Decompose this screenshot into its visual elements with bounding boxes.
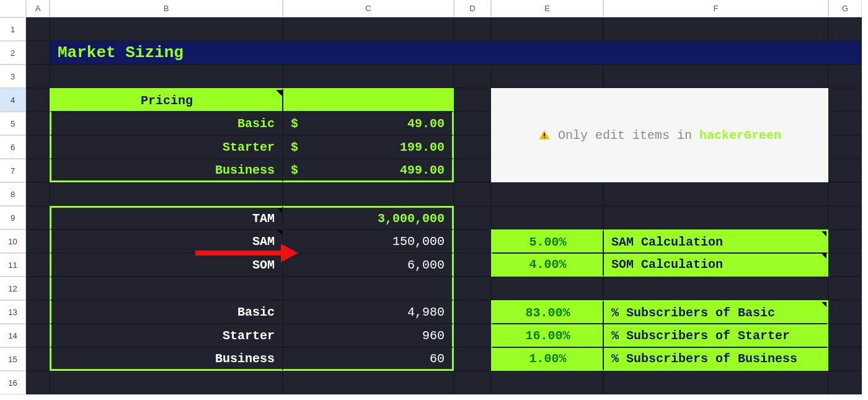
cell-G14[interactable] bbox=[828, 324, 862, 347]
cell-D5[interactable] bbox=[454, 112, 491, 135]
cell-G5[interactable] bbox=[828, 112, 862, 135]
colhead-C[interactable]: C bbox=[283, 0, 454, 17]
cell-D9[interactable] bbox=[454, 206, 491, 229]
colhead-G[interactable]: G bbox=[828, 0, 862, 17]
cell-G16[interactable] bbox=[828, 371, 862, 394]
cell-G9[interactable] bbox=[828, 206, 862, 229]
cell-A16[interactable] bbox=[26, 371, 50, 394]
cell-A11[interactable] bbox=[26, 253, 50, 277]
cell-F3[interactable] bbox=[603, 64, 828, 88]
rowhead-6[interactable]: 6 bbox=[0, 135, 26, 159]
cell-A4[interactable] bbox=[26, 88, 50, 112]
cell-G4[interactable] bbox=[828, 88, 862, 112]
colhead-E[interactable]: E bbox=[491, 0, 603, 17]
cell-F10[interactable]: SAM Calculation bbox=[603, 229, 828, 253]
rowhead-15[interactable]: 15 bbox=[0, 347, 26, 371]
cell-B9[interactable]: TAM bbox=[50, 206, 283, 229]
cell-E3[interactable] bbox=[491, 64, 603, 88]
cell-B10[interactable]: SAM bbox=[50, 229, 283, 253]
cell-F1[interactable] bbox=[603, 17, 828, 41]
cell-F9[interactable] bbox=[603, 206, 828, 229]
rowhead-13[interactable]: 13 bbox=[0, 300, 26, 324]
cell-E14[interactable]: 16.00% bbox=[491, 324, 603, 347]
cell-A14[interactable] bbox=[26, 324, 50, 347]
cell-D6[interactable] bbox=[454, 135, 491, 159]
colhead-B[interactable]: B bbox=[50, 0, 283, 17]
cell-G6[interactable] bbox=[828, 135, 862, 159]
rowhead-3[interactable]: 3 bbox=[0, 64, 26, 88]
cell-B13[interactable]: Basic bbox=[50, 300, 283, 324]
cell-E8[interactable] bbox=[491, 182, 603, 206]
cell-D4[interactable] bbox=[454, 88, 491, 112]
colhead-A[interactable]: A bbox=[26, 0, 50, 17]
cell-B3[interactable] bbox=[50, 64, 283, 88]
rowhead-16[interactable]: 16 bbox=[0, 371, 26, 394]
cell-C13[interactable]: 4,980 bbox=[283, 300, 454, 324]
cell-G8[interactable] bbox=[828, 182, 862, 206]
cell-B15[interactable]: Business bbox=[50, 347, 283, 371]
cell-C7[interactable]: $ 499.00 bbox=[283, 159, 454, 182]
pricing-header-b[interactable]: Pricing bbox=[50, 88, 283, 112]
cell-D10[interactable] bbox=[454, 229, 491, 253]
cell-F8[interactable] bbox=[603, 182, 828, 206]
cell-F14[interactable]: % Subscribers of Starter bbox=[603, 324, 828, 347]
cell-F15[interactable]: % Subscribers of Business bbox=[603, 347, 828, 371]
cell-E15[interactable]: 1.00% bbox=[491, 347, 603, 371]
cell-E16[interactable] bbox=[491, 371, 603, 394]
pricing-header-c[interactable] bbox=[283, 88, 454, 112]
cell-D15[interactable] bbox=[454, 347, 491, 371]
cell-G10[interactable] bbox=[828, 229, 862, 253]
colhead-D[interactable]: D bbox=[454, 0, 491, 17]
cell-G15[interactable] bbox=[828, 347, 862, 371]
cell-A7[interactable] bbox=[26, 159, 50, 182]
cell-B8[interactable] bbox=[50, 182, 283, 206]
cell-B6[interactable]: Starter bbox=[50, 135, 283, 159]
cell-D8[interactable] bbox=[454, 182, 491, 206]
cell-E9[interactable] bbox=[491, 206, 603, 229]
cell-C8[interactable] bbox=[283, 182, 454, 206]
cell-C15[interactable]: 60 bbox=[283, 347, 454, 371]
cell-B16[interactable] bbox=[50, 371, 283, 394]
cell-F13[interactable]: % Subscribers of Basic bbox=[603, 300, 828, 324]
cell-G12[interactable] bbox=[828, 277, 862, 300]
rowhead-11[interactable]: 11 bbox=[0, 253, 26, 277]
cell-A8[interactable] bbox=[26, 182, 50, 206]
cell-B7[interactable]: Business bbox=[50, 159, 283, 182]
cell-D16[interactable] bbox=[454, 371, 491, 394]
cell-C16[interactable] bbox=[283, 371, 454, 394]
cell-G13[interactable] bbox=[828, 300, 862, 324]
cell-D3[interactable] bbox=[454, 64, 491, 88]
rowhead-8[interactable]: 8 bbox=[0, 182, 26, 206]
cell-C5[interactable]: $ 49.00 bbox=[283, 112, 454, 135]
cell-A12[interactable] bbox=[26, 277, 50, 300]
cell-E1[interactable] bbox=[491, 17, 603, 41]
cell-E13[interactable]: 83.00% bbox=[491, 300, 603, 324]
cell-C1[interactable] bbox=[283, 17, 454, 41]
rowhead-4[interactable]: 4 bbox=[0, 88, 26, 112]
rowhead-12[interactable]: 12 bbox=[0, 277, 26, 300]
cell-D12[interactable] bbox=[454, 277, 491, 300]
cell-A5[interactable] bbox=[26, 112, 50, 135]
cell-D14[interactable] bbox=[454, 324, 491, 347]
cell-A10[interactable] bbox=[26, 229, 50, 253]
cell-D7[interactable] bbox=[454, 159, 491, 182]
rowhead-9[interactable]: 9 bbox=[0, 206, 26, 229]
cell-A9[interactable] bbox=[26, 206, 50, 229]
cell-G11[interactable] bbox=[828, 253, 862, 277]
cell-B14[interactable]: Starter bbox=[50, 324, 283, 347]
cell-B1[interactable] bbox=[50, 17, 283, 41]
cell-A3[interactable] bbox=[26, 64, 50, 88]
cell-G7[interactable] bbox=[828, 159, 862, 182]
cell-A1[interactable] bbox=[26, 17, 50, 41]
rowhead-2[interactable]: 2 bbox=[0, 41, 26, 64]
cell-D1[interactable] bbox=[454, 17, 491, 41]
cell-A6[interactable] bbox=[26, 135, 50, 159]
rowhead-14[interactable]: 14 bbox=[0, 324, 26, 347]
cell-D11[interactable] bbox=[454, 253, 491, 277]
cell-D13[interactable] bbox=[454, 300, 491, 324]
cell-C14[interactable]: 960 bbox=[283, 324, 454, 347]
cell-B12[interactable] bbox=[50, 277, 283, 300]
rowhead-5[interactable]: 5 bbox=[0, 112, 26, 135]
select-all-corner[interactable] bbox=[0, 0, 26, 17]
rowhead-1[interactable]: 1 bbox=[0, 17, 26, 41]
